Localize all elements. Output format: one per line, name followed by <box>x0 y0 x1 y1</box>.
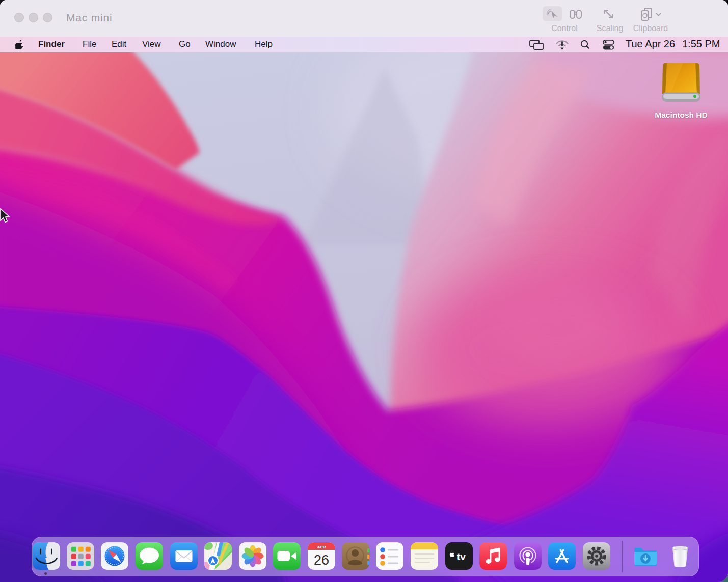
svg-text:26: 26 <box>314 552 329 568</box>
svg-text:tv: tv <box>457 551 466 562</box>
svg-text:APR: APR <box>317 545 326 549</box>
